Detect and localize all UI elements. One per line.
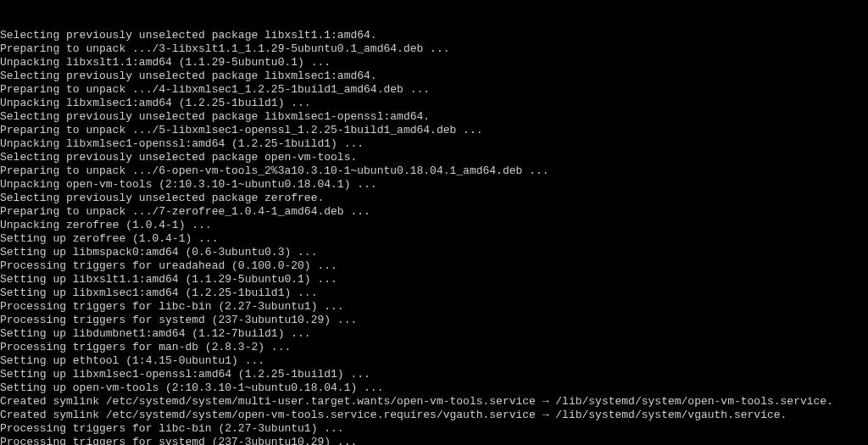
terminal-line: Unpacking zerofree (1.0.4-1) ... [0, 219, 868, 232]
terminal-line: Preparing to unpack .../5-libxmlsec1-ope… [0, 124, 868, 137]
terminal-line: Created symlink /etc/systemd/system/mult… [0, 395, 868, 409]
terminal-line: Setting up libdumbnet1:amd64 (1.12-7buil… [0, 327, 868, 341]
terminal-line: Unpacking libxmlsec1:amd64 (1.2.25-1buil… [0, 97, 868, 110]
terminal-line: Selecting previously unselected package … [0, 110, 868, 124]
terminal-line: Selecting previously unselected package … [0, 70, 868, 83]
terminal-line: Processing triggers for libc-bin (2.27-3… [0, 300, 868, 314]
terminal-lines: Selecting previously unselected package … [0, 29, 868, 445]
terminal-line: Preparing to unpack .../6-open-vm-tools_… [0, 164, 868, 178]
terminal-line: Setting up libxmlsec1:amd64 (1.2.25-1bui… [0, 286, 868, 300]
terminal-line: Processing triggers for systemd (237-3ub… [0, 314, 868, 327]
terminal-line: Processing triggers for systemd (237-3ub… [0, 436, 868, 445]
terminal-line: Unpacking libxslt1.1:amd64 (1.1.29-5ubun… [0, 56, 868, 70]
terminal-line: Setting up zerofree (1.0.4-1) ... [0, 232, 868, 246]
terminal-line: Setting up ethtool (1:4.15-0ubuntu1) ... [0, 354, 868, 368]
terminal-line: Preparing to unpack .../3-libxslt1.1_1.1… [0, 42, 868, 56]
terminal-line: Unpacking libxmlsec1-openssl:amd64 (1.2.… [0, 137, 868, 151]
terminal-line: Setting up open-vm-tools (2:10.3.10-1~ub… [0, 381, 868, 395]
terminal-line: Setting up libxmlsec1-openssl:amd64 (1.2… [0, 368, 868, 381]
terminal-line: Setting up libmspack0:amd64 (0.6-3ubuntu… [0, 246, 868, 259]
terminal-line: Unpacking open-vm-tools (2:10.3.10-1~ubu… [0, 178, 868, 192]
terminal-line: Preparing to unpack .../7-zerofree_1.0.4… [0, 205, 868, 219]
terminal-line: Selecting previously unselected package … [0, 151, 868, 164]
terminal-line: Created symlink /etc/systemd/system/open… [0, 409, 868, 422]
terminal-line: Selecting previously unselected package … [0, 29, 868, 42]
terminal-output: Selecting previously unselected package … [0, 2, 868, 445]
terminal-line: Setting up libxslt1.1:amd64 (1.1.29-5ubu… [0, 273, 868, 286]
terminal-line: Preparing to unpack .../4-libxmlsec1_1.2… [0, 83, 868, 97]
terminal-line: Processing triggers for libc-bin (2.27-3… [0, 422, 868, 436]
terminal-line: Selecting previously unselected package … [0, 192, 868, 205]
terminal-line: Processing triggers for ureadahead (0.10… [0, 259, 868, 273]
terminal-line: Processing triggers for man-db (2.8.3-2)… [0, 341, 868, 354]
